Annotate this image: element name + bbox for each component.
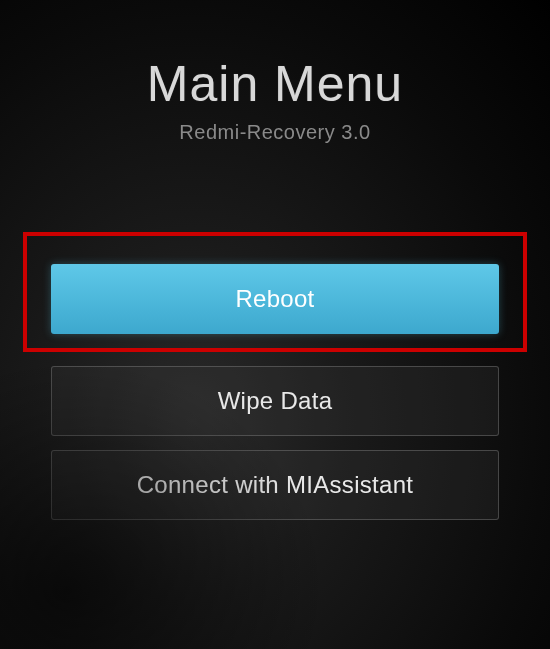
page-title: Main Menu: [147, 55, 403, 113]
annotation-highlight: Reboot: [23, 232, 527, 352]
page-subtitle: Redmi-Recovery 3.0: [179, 121, 370, 144]
reboot-label: Reboot: [235, 285, 314, 313]
reboot-button[interactable]: Reboot: [51, 264, 499, 334]
wipe-data-button[interactable]: Wipe Data: [51, 366, 499, 436]
recovery-screen: Main Menu Redmi-Recovery 3.0 Reboot Wipe…: [0, 0, 550, 649]
connect-miassistant-label: Connect with MIAssistant: [137, 471, 414, 499]
menu-container: Reboot Wipe Data Connect with MIAssistan…: [0, 232, 550, 520]
wipe-data-label: Wipe Data: [218, 387, 333, 415]
connect-miassistant-button[interactable]: Connect with MIAssistant: [51, 450, 499, 520]
